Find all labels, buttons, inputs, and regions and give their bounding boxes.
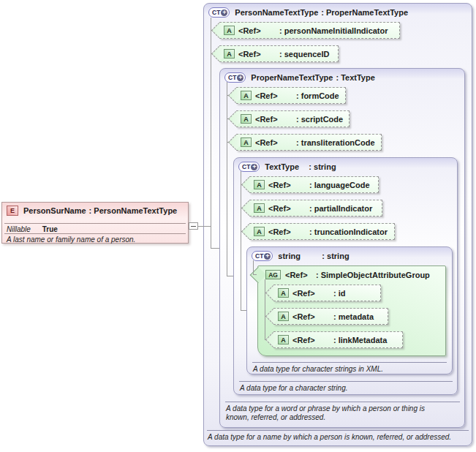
annotation-texttype: A data type for a character string. — [240, 384, 450, 393]
attribute-icon: A — [254, 203, 265, 213]
attr-name: : metadata — [333, 312, 379, 321]
connector-line — [241, 310, 246, 311]
type-base: : string — [309, 162, 336, 171]
attr-ref-label: <Ref> — [255, 138, 296, 147]
plus-icon: + — [221, 10, 227, 16]
complex-type-icon: CT+ — [238, 162, 260, 172]
attr-name: : truncationIndicator — [309, 227, 393, 236]
plus-icon: + — [237, 75, 243, 81]
tree-trunk — [211, 18, 211, 248]
complex-type-icon: CT+ — [224, 72, 246, 83]
nillable-value: True — [42, 225, 58, 233]
attribute-icon: A — [254, 227, 265, 236]
type-title: ProperNameTextType: TextType — [251, 73, 374, 82]
attribute-group-icon: AG — [265, 270, 281, 279]
type-title: TextType: string — [265, 162, 336, 171]
element-name: PersonSurName — [23, 206, 86, 215]
attribute-metadata[interactable]: A <Ref> : metadata — [273, 308, 388, 325]
attr-name: : languageCode — [309, 181, 376, 189]
tree-trunk — [227, 82, 227, 276]
element-title: PersonSurName: PersonNameTextType — [23, 206, 177, 215]
attr-name: : id — [333, 289, 352, 298]
ct-icon-label: CT — [228, 73, 236, 82]
type-name: PersonNameTextType — [235, 8, 318, 17]
tree-trunk — [241, 171, 241, 310]
attribute-linkMetadata[interactable]: A <Ref> : linkMetadata — [273, 331, 403, 348]
separator-line — [239, 381, 453, 382]
type-name: TextType — [265, 162, 306, 171]
attribute-sequenceID[interactable]: A <Ref> : sequenceID — [219, 45, 339, 62]
attr-ref-label: <Ref> — [238, 50, 279, 59]
complextype-header-TextType[interactable]: CT+ TextType: string — [238, 161, 336, 173]
annotation-string: A data type for character strings in XML… — [253, 365, 445, 374]
plus-icon: + — [251, 164, 257, 170]
nillable-row: NillableTrue — [7, 225, 58, 233]
divider — [4, 233, 186, 234]
attr-ref-label: <Ref> — [268, 204, 309, 213]
complextype-header-ProperNameTextType[interactable]: CT+ ProperNameTextType: TextType — [224, 72, 375, 83]
attribute-icon: A — [254, 180, 265, 189]
attribute-icon: A — [224, 26, 235, 35]
connector-line — [253, 274, 257, 275]
connector-line — [211, 248, 219, 249]
attribute-partialIndicator[interactable]: A <Ref> : partialIndicator — [249, 200, 382, 216]
element-description: A last name or family name of a person. — [7, 236, 135, 244]
attribute-group-header[interactable]: AG <Ref> : SimpleObjectAttributeGroup — [265, 270, 436, 279]
attribute-transliterationCode[interactable]: A <Ref> : transliterationCode — [236, 134, 382, 151]
element-header: E PersonSurName: PersonNameTextType — [2, 203, 188, 216]
attr-ref-label: <Ref> — [268, 227, 309, 236]
collapse-toggle[interactable] — [189, 222, 198, 230]
type-title: string: string — [278, 252, 349, 260]
attribute-icon: A — [278, 312, 289, 321]
minus-icon — [191, 226, 196, 227]
tree-trunk — [253, 260, 254, 275]
attribute-truncationIndicator[interactable]: A <Ref> : truncationIndicator — [249, 223, 395, 240]
attr-ref-label: <Ref> — [292, 312, 333, 321]
attr-ref-label: <Ref> — [268, 181, 309, 189]
group-ref-label: <Ref> — [285, 271, 311, 279]
annotation-propernametexttype: A data type for a word or phrase by whic… — [226, 404, 445, 421]
attr-name: : formCode — [296, 91, 345, 100]
attr-name: : personNameInitialIndicator — [279, 26, 394, 35]
divider — [4, 223, 186, 224]
attribute-id[interactable]: A <Ref> : id — [273, 285, 381, 301]
attribute-icon: A — [278, 335, 289, 344]
type-base: : TextType — [336, 73, 374, 82]
attr-name: : scriptCode — [296, 115, 349, 124]
attribute-formCode[interactable]: A <Ref> : formCode — [236, 87, 346, 104]
attribute-languageCode[interactable]: A <Ref> : languageCode — [249, 176, 379, 193]
tree-trunk — [265, 279, 265, 339]
attr-name: : partialIndicator — [309, 204, 378, 213]
type-name: ProperNameTextType — [251, 73, 333, 82]
plus-icon: + — [264, 253, 271, 260]
attr-ref-label: <Ref> — [292, 336, 333, 344]
attribute-scriptCode[interactable]: A <Ref> : scriptCode — [236, 110, 350, 127]
attr-name: : transliterationCode — [296, 138, 381, 147]
element-box-PersonSurName[interactable]: E PersonSurName: PersonNameTextType Nill… — [1, 202, 189, 244]
type-base: : ProperNameTextType — [321, 8, 408, 17]
ct-icon-label: CT — [255, 252, 263, 260]
ct-icon-label: CT — [242, 162, 250, 171]
type-base: : string — [322, 252, 349, 260]
attribute-icon: A — [241, 91, 252, 100]
complextype-header-string[interactable]: CT+ string: string — [252, 250, 350, 262]
group-name: : SimpleObjectAttributeGroup — [316, 271, 436, 279]
complex-type-icon: CT+ — [208, 7, 230, 18]
attribute-icon: A — [241, 138, 252, 147]
element-type: : PersonNameTextType — [89, 206, 178, 215]
complextype-header-PersonNameTextType[interactable]: CT+ PersonNameTextType: ProperNameTextTy… — [208, 7, 408, 18]
attribute-personNameInitialIndicator[interactable]: A <Ref> : personNameInitialIndicator — [219, 22, 400, 39]
element-icon: E — [7, 206, 18, 216]
attribute-icon: A — [241, 114, 252, 124]
attr-ref-label: <Ref> — [255, 91, 296, 100]
connector-line — [198, 226, 211, 227]
schema-diagram: CT+ PersonNameTextType: ProperNameTextTy… — [0, 0, 476, 452]
separator-line — [252, 362, 447, 363]
attr-name: : linkMetadata — [333, 336, 393, 344]
ct-icon-label: CT — [212, 8, 220, 17]
separator-line — [207, 430, 469, 431]
nillable-label: Nillable — [7, 225, 31, 233]
attribute-icon: A — [224, 49, 235, 59]
type-title: PersonNameTextType: ProperNameTextType — [235, 8, 408, 17]
separator-line — [225, 402, 460, 402]
